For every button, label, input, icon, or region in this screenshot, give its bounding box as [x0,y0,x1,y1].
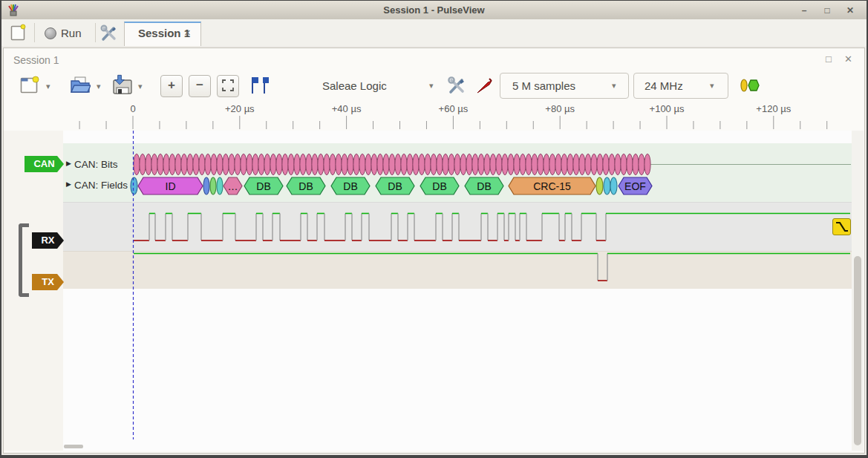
trigger-marker[interactable] [832,218,851,235]
annotation-label: DB [432,180,446,192]
annotation-label: … [228,180,238,192]
tx-channel-tag[interactable]: TX [32,274,64,290]
can-bit-lens [520,154,526,174]
can-decoder-tag[interactable]: CAN [25,156,64,172]
can-bit-lens [454,154,460,174]
can-field-annotations: ID…DBDBDBDBDBDBCRC-15EOF [131,177,652,194]
open-file-icon[interactable] [70,74,91,95]
decode-annotation: DB [331,177,370,194]
decode-annotation: ID [138,177,203,194]
tab-close-icon[interactable]: × [184,26,191,39]
can-bit-lens [217,154,223,174]
can-bit-lens [526,154,532,174]
settings-icon[interactable] [100,24,118,42]
can-bit-lens [365,154,371,174]
can-fields-expander-icon[interactable]: ▶ [66,180,71,188]
can-bit-lens [330,154,336,174]
can-bit-lens [300,154,306,174]
can-bit-lens [567,154,573,174]
can-bit-lens [615,154,621,174]
dock-float-icon[interactable]: □ [826,53,832,65]
rx-channel-tag[interactable]: RX [32,232,64,249]
decode-annotation: CRC-15 [509,177,595,194]
close-button[interactable]: ✕ [842,4,858,17]
zoom-out-button[interactable]: − [189,75,211,97]
can-fields-row-label: CAN: Fields [74,180,128,191]
channels-probe-icon[interactable] [475,76,495,95]
channel-group-bracket[interactable] [19,223,29,297]
can-bit-lens [247,154,252,174]
device-selector[interactable]: Saleae Logic [322,79,387,92]
can-bit-lens [496,154,502,174]
add-decoder-icon[interactable] [740,79,760,92]
can-bit-lens [419,154,425,174]
dock-close-icon[interactable]: ✕ [844,53,852,65]
can-bits-expander-icon[interactable]: ▶ [66,160,71,167]
can-bit-lens [544,154,549,174]
title-bar[interactable]: Session 1 - PulseView – □ ✕ [1,1,867,20]
can-bit-lens [603,154,609,174]
save-icon[interactable] [111,74,134,96]
trace-canvas[interactable]: ID…DBDBDBDBDBDBCRC-15EOF [63,131,852,451]
can-bit-lens [389,154,395,174]
can-bit-lens [134,154,140,174]
can-bit-lens [264,154,270,174]
can-bit-lens [211,154,217,174]
sample-rate-dropdown-icon[interactable]: ▾ [710,81,714,91]
can-bit-lens [591,154,597,174]
can-bit-lens [484,154,490,174]
zoom-fit-button[interactable] [217,75,239,97]
vertical-scrollbar-handle[interactable] [854,256,861,445]
tab-label[interactable]: Session 1 [138,27,190,39]
can-bits-annotations [134,154,650,174]
new-session-icon[interactable] [10,24,27,42]
can-bit-lens [241,154,247,174]
can-bit-lens [187,154,193,174]
window-title: Session 1 - PulseView [1,4,867,16]
run-button[interactable]: Run [61,27,82,39]
can-bit-lens [359,154,365,174]
toolbar-separator [95,23,96,42]
run-icon[interactable] [45,27,56,39]
new-view-icon[interactable] [19,75,40,96]
can-bit-lens [324,154,330,174]
minimize-button[interactable]: – [796,4,812,17]
can-bit-lens [342,154,347,174]
can-bit-lens [146,154,151,174]
decode-annotation [210,177,216,194]
show-cursors-icon[interactable] [248,76,270,95]
decode-annotation [610,177,617,194]
can-bit-lens [472,154,478,174]
can-bit-lens [508,154,514,174]
can-bit-lens [223,154,229,174]
can-bit-lens [347,154,353,174]
annotation-label: DB [477,180,491,192]
can-bit-lens [573,154,579,174]
can-bit-lens [514,154,520,174]
can-bit-lens [181,154,187,174]
save-dropdown-icon[interactable]: ▾ [138,82,143,91]
device-dropdown-icon[interactable]: ▾ [429,81,434,91]
can-bit-lens [478,154,484,174]
can-bit-lens [306,154,312,174]
can-bit-lens [460,154,466,174]
zoom-in-button[interactable]: + [160,75,183,97]
can-bit-lens [621,154,627,174]
can-bit-lens [633,154,639,174]
can-bit-lens [532,154,538,174]
dock-title: Session 1 [13,54,59,66]
maximize-button[interactable]: □ [819,4,835,17]
can-bit-lens [413,154,419,174]
horizontal-scrollbar-handle[interactable] [64,445,83,448]
ruler-ticks [63,111,852,131]
zoom-fit-icon [222,79,234,91]
can-bit-lens [199,154,205,174]
annotation-label: EOF [624,180,646,192]
device-config-icon[interactable] [447,76,466,95]
sample-count-dropdown-icon[interactable]: ▾ [612,81,616,91]
can-bit-lens [448,154,454,174]
rx-waveform [134,214,850,241]
open-dropdown-icon[interactable]: ▾ [97,82,101,91]
new-dropdown-icon[interactable]: ▾ [46,82,50,91]
can-bit-lens [157,154,163,174]
